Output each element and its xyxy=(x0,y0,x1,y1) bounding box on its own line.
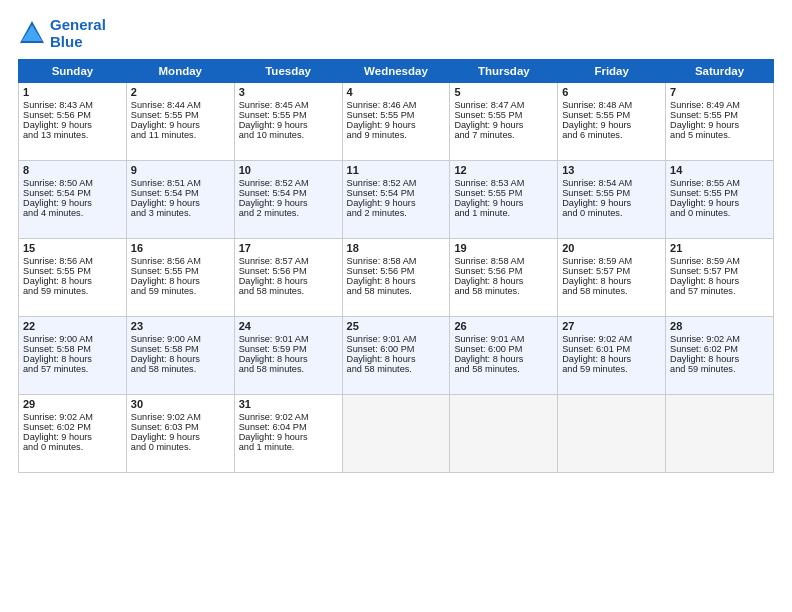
day-number: 14 xyxy=(670,164,769,176)
cell-line: and 0 minutes. xyxy=(562,208,661,218)
calendar-cell: 27Sunrise: 9:02 AMSunset: 6:01 PMDayligh… xyxy=(558,316,666,394)
day-number: 6 xyxy=(562,86,661,98)
cell-line: Sunrise: 8:48 AM xyxy=(562,100,661,110)
calendar-cell: 30Sunrise: 9:02 AMSunset: 6:03 PMDayligh… xyxy=(126,394,234,472)
calendar-cell: 20Sunrise: 8:59 AMSunset: 5:57 PMDayligh… xyxy=(558,238,666,316)
cell-line: and 58 minutes. xyxy=(347,364,446,374)
calendar-cell: 8Sunrise: 8:50 AMSunset: 5:54 PMDaylight… xyxy=(19,160,127,238)
cell-line: Sunrise: 9:02 AM xyxy=(239,412,338,422)
weekday-header-sunday: Sunday xyxy=(19,59,127,82)
cell-line: and 0 minutes. xyxy=(131,442,230,452)
cell-line: Daylight: 8 hours xyxy=(23,276,122,286)
cell-line: Sunset: 5:56 PM xyxy=(347,266,446,276)
weekday-header-friday: Friday xyxy=(558,59,666,82)
cell-line: and 13 minutes. xyxy=(23,130,122,140)
cell-line: Sunset: 6:00 PM xyxy=(347,344,446,354)
logo-text: General Blue xyxy=(50,16,106,51)
cell-line: Sunset: 5:55 PM xyxy=(347,110,446,120)
calendar-cell: 16Sunrise: 8:56 AMSunset: 5:55 PMDayligh… xyxy=(126,238,234,316)
cell-line: Sunset: 6:03 PM xyxy=(131,422,230,432)
cell-line: Daylight: 8 hours xyxy=(131,354,230,364)
logo-icon xyxy=(18,19,46,47)
cell-line: and 10 minutes. xyxy=(239,130,338,140)
weekday-header-row: SundayMondayTuesdayWednesdayThursdayFrid… xyxy=(19,59,774,82)
cell-line: Sunrise: 8:56 AM xyxy=(131,256,230,266)
weekday-header-thursday: Thursday xyxy=(450,59,558,82)
cell-line: Daylight: 9 hours xyxy=(347,198,446,208)
calendar-week-row: 1Sunrise: 8:43 AMSunset: 5:56 PMDaylight… xyxy=(19,82,774,160)
day-number: 19 xyxy=(454,242,553,254)
cell-line: Sunrise: 8:58 AM xyxy=(454,256,553,266)
cell-line: Sunrise: 8:52 AM xyxy=(347,178,446,188)
day-number: 1 xyxy=(23,86,122,98)
cell-line: Sunset: 5:57 PM xyxy=(562,266,661,276)
cell-line: and 9 minutes. xyxy=(347,130,446,140)
day-number: 9 xyxy=(131,164,230,176)
cell-line: Sunset: 5:54 PM xyxy=(23,188,122,198)
cell-line: Sunrise: 8:55 AM xyxy=(670,178,769,188)
cell-line: Sunrise: 8:43 AM xyxy=(23,100,122,110)
cell-line: Sunset: 5:56 PM xyxy=(239,266,338,276)
calendar-cell: 22Sunrise: 9:00 AMSunset: 5:58 PMDayligh… xyxy=(19,316,127,394)
cell-line: Sunset: 5:58 PM xyxy=(23,344,122,354)
calendar-cell: 19Sunrise: 8:58 AMSunset: 5:56 PMDayligh… xyxy=(450,238,558,316)
cell-line: and 3 minutes. xyxy=(131,208,230,218)
day-number: 13 xyxy=(562,164,661,176)
calendar-cell: 28Sunrise: 9:02 AMSunset: 6:02 PMDayligh… xyxy=(666,316,774,394)
weekday-header-saturday: Saturday xyxy=(666,59,774,82)
day-number: 26 xyxy=(454,320,553,332)
cell-line: Daylight: 8 hours xyxy=(454,276,553,286)
cell-line: Daylight: 8 hours xyxy=(562,276,661,286)
cell-line: Sunset: 5:55 PM xyxy=(562,110,661,120)
cell-line: Daylight: 8 hours xyxy=(23,354,122,364)
cell-line: Sunset: 5:55 PM xyxy=(670,110,769,120)
logo-area: General Blue xyxy=(18,16,106,51)
day-number: 23 xyxy=(131,320,230,332)
day-number: 17 xyxy=(239,242,338,254)
cell-line: and 2 minutes. xyxy=(239,208,338,218)
cell-line: and 6 minutes. xyxy=(562,130,661,140)
calendar-cell: 14Sunrise: 8:55 AMSunset: 5:55 PMDayligh… xyxy=(666,160,774,238)
day-number: 22 xyxy=(23,320,122,332)
cell-line: Sunrise: 8:45 AM xyxy=(239,100,338,110)
cell-line: Sunrise: 8:47 AM xyxy=(454,100,553,110)
cell-line: and 1 minute. xyxy=(239,442,338,452)
day-number: 28 xyxy=(670,320,769,332)
day-number: 25 xyxy=(347,320,446,332)
calendar-cell xyxy=(342,394,450,472)
cell-line: Sunset: 5:55 PM xyxy=(131,110,230,120)
cell-line: Daylight: 9 hours xyxy=(347,120,446,130)
calendar-cell: 7Sunrise: 8:49 AMSunset: 5:55 PMDaylight… xyxy=(666,82,774,160)
cell-line: Sunset: 5:55 PM xyxy=(23,266,122,276)
cell-line: Sunrise: 8:54 AM xyxy=(562,178,661,188)
day-number: 4 xyxy=(347,86,446,98)
cell-line: Sunrise: 9:02 AM xyxy=(670,334,769,344)
cell-line: Daylight: 9 hours xyxy=(239,120,338,130)
cell-line: Daylight: 9 hours xyxy=(670,120,769,130)
cell-line: Daylight: 8 hours xyxy=(239,354,338,364)
cell-line: and 57 minutes. xyxy=(23,364,122,374)
cell-line: Daylight: 9 hours xyxy=(454,198,553,208)
cell-line: Sunrise: 9:02 AM xyxy=(23,412,122,422)
weekday-header-monday: Monday xyxy=(126,59,234,82)
cell-line: Daylight: 8 hours xyxy=(670,276,769,286)
cell-line: and 58 minutes. xyxy=(347,286,446,296)
calendar-table: SundayMondayTuesdayWednesdayThursdayFrid… xyxy=(18,59,774,473)
cell-line: Sunrise: 8:57 AM xyxy=(239,256,338,266)
calendar-cell: 3Sunrise: 8:45 AMSunset: 5:55 PMDaylight… xyxy=(234,82,342,160)
cell-line: Sunrise: 9:01 AM xyxy=(454,334,553,344)
cell-line: Daylight: 9 hours xyxy=(562,120,661,130)
calendar-cell: 17Sunrise: 8:57 AMSunset: 5:56 PMDayligh… xyxy=(234,238,342,316)
cell-line: Sunrise: 8:58 AM xyxy=(347,256,446,266)
weekday-header-wednesday: Wednesday xyxy=(342,59,450,82)
calendar-week-row: 15Sunrise: 8:56 AMSunset: 5:55 PMDayligh… xyxy=(19,238,774,316)
cell-line: and 0 minutes. xyxy=(670,208,769,218)
cell-line: and 58 minutes. xyxy=(131,364,230,374)
cell-line: Sunset: 5:56 PM xyxy=(23,110,122,120)
calendar-cell: 29Sunrise: 9:02 AMSunset: 6:02 PMDayligh… xyxy=(19,394,127,472)
calendar-cell: 21Sunrise: 8:59 AMSunset: 5:57 PMDayligh… xyxy=(666,238,774,316)
cell-line: and 58 minutes. xyxy=(562,286,661,296)
cell-line: and 59 minutes. xyxy=(131,286,230,296)
calendar-cell: 18Sunrise: 8:58 AMSunset: 5:56 PMDayligh… xyxy=(342,238,450,316)
cell-line: Sunset: 5:55 PM xyxy=(239,110,338,120)
